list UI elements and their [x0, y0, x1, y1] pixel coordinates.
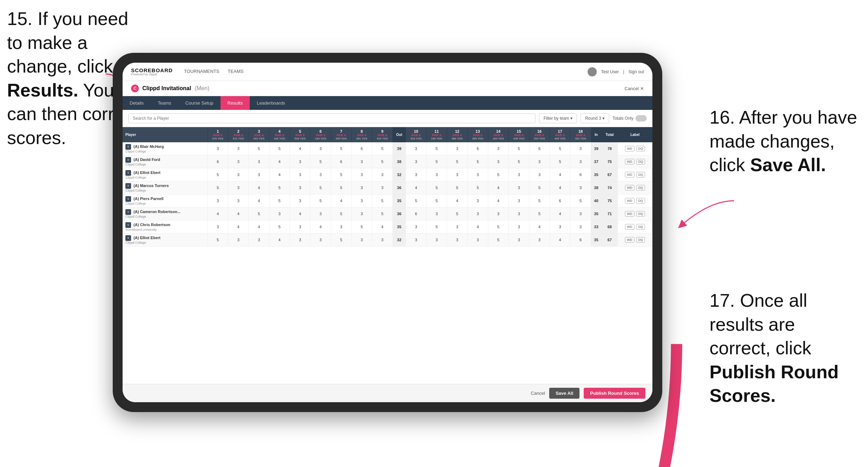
hole-11-score-player-4[interactable]: 5 [426, 194, 447, 207]
hole-14-score-player-5[interactable]: 3 [488, 207, 508, 220]
dq-button[interactable]: DQ [636, 237, 645, 243]
hole-12-score-player-5[interactable]: 5 [447, 207, 467, 220]
hole-13-score-player-3[interactable]: 5 [467, 181, 488, 194]
hole-12-score-player-0[interactable]: 3 [447, 142, 467, 155]
hole-15-score-player-1[interactable]: 5 [509, 155, 529, 168]
hole-16-score-player-6[interactable]: 4 [529, 220, 550, 234]
hole-16-score-player-0[interactable]: 6 [529, 142, 550, 155]
hole-17-score-player-1[interactable]: 5 [550, 155, 570, 168]
hole-10-score-player-3[interactable]: 4 [406, 181, 426, 194]
hole-7-score-player-0[interactable]: 5 [331, 142, 351, 155]
hole-4-score-player-7[interactable]: 4 [269, 234, 290, 247]
hole-1-score-player-3[interactable]: 5 [207, 181, 228, 194]
hole-1-score-player-7[interactable]: 5 [207, 234, 228, 247]
hole-13-score-player-6[interactable]: 4 [467, 220, 488, 234]
hole-9-score-player-6[interactable]: 4 [372, 220, 392, 234]
hole-9-score-player-7[interactable]: 3 [372, 234, 392, 247]
hole-9-score-player-0[interactable]: 5 [372, 142, 392, 155]
hole-15-score-player-7[interactable]: 3 [509, 234, 529, 247]
hole-11-score-player-6[interactable]: 5 [426, 220, 447, 234]
hole-13-score-player-5[interactable]: 3 [467, 207, 488, 220]
hole-1-score-player-2[interactable]: 5 [207, 168, 228, 181]
hole-14-score-player-6[interactable]: 5 [488, 220, 508, 234]
hole-9-score-player-1[interactable]: 5 [372, 155, 392, 168]
hole-17-score-player-2[interactable]: 4 [550, 168, 570, 181]
hole-11-score-player-1[interactable]: 5 [426, 155, 447, 168]
hole-2-score-player-0[interactable]: 3 [228, 142, 248, 155]
hole-18-score-player-7[interactable]: 6 [570, 234, 591, 247]
hole-16-score-player-2[interactable]: 3 [529, 168, 550, 181]
hole-5-score-player-5[interactable]: 4 [290, 207, 310, 220]
hole-4-score-player-1[interactable]: 4 [269, 155, 290, 168]
hole-3-score-player-2[interactable]: 3 [249, 168, 269, 181]
hole-3-score-player-4[interactable]: 4 [249, 194, 269, 207]
hole-16-score-player-3[interactable]: 5 [529, 181, 550, 194]
publish-round-scores-button[interactable]: Publish Round Scores [584, 388, 645, 399]
hole-16-score-player-7[interactable]: 3 [529, 234, 550, 247]
hole-10-score-player-7[interactable]: 3 [406, 234, 426, 247]
hole-2-score-player-6[interactable]: 4 [228, 220, 248, 234]
hole-6-score-player-0[interactable]: 3 [310, 142, 331, 155]
hole-12-score-player-1[interactable]: 5 [447, 155, 467, 168]
hole-8-score-player-0[interactable]: 6 [352, 142, 372, 155]
hole-10-score-player-0[interactable]: 3 [406, 142, 426, 155]
hole-6-score-player-1[interactable]: 5 [310, 155, 331, 168]
hole-5-score-player-1[interactable]: 3 [290, 155, 310, 168]
hole-3-score-player-5[interactable]: 5 [249, 207, 269, 220]
hole-5-score-player-0[interactable]: 4 [290, 142, 310, 155]
dq-button[interactable]: DQ [636, 172, 645, 178]
hole-4-score-player-0[interactable]: 5 [269, 142, 290, 155]
hole-18-score-player-2[interactable]: 6 [570, 168, 591, 181]
hole-13-score-player-4[interactable]: 3 [467, 194, 488, 207]
hole-10-score-player-6[interactable]: 3 [406, 220, 426, 234]
hole-8-score-player-2[interactable]: 3 [352, 168, 372, 181]
hole-5-score-player-7[interactable]: 3 [290, 234, 310, 247]
filter-by-team-button[interactable]: Filter by team ▾ [539, 113, 577, 123]
hole-15-score-player-5[interactable]: 3 [509, 207, 529, 220]
hole-12-score-player-7[interactable]: 3 [447, 234, 467, 247]
hole-6-score-player-2[interactable]: 3 [310, 168, 331, 181]
hole-3-score-player-7[interactable]: 3 [249, 234, 269, 247]
hole-16-score-player-4[interactable]: 5 [529, 194, 550, 207]
hole-16-score-player-5[interactable]: 5 [529, 207, 550, 220]
hole-7-score-player-7[interactable]: 5 [331, 234, 351, 247]
dq-button[interactable]: DQ [636, 211, 645, 217]
tab-leaderboards[interactable]: Leaderboards [250, 96, 292, 110]
hole-2-score-player-2[interactable]: 3 [228, 168, 248, 181]
hole-12-score-player-3[interactable]: 5 [447, 181, 467, 194]
dq-button[interactable]: DQ [636, 146, 645, 151]
hole-3-score-player-3[interactable]: 4 [249, 181, 269, 194]
hole-1-score-player-4[interactable]: 3 [207, 194, 228, 207]
sign-out-link[interactable]: Sign out [628, 69, 644, 74]
hole-4-score-player-4[interactable]: 5 [269, 194, 290, 207]
wd-button[interactable]: WD [625, 198, 634, 204]
hole-5-score-player-4[interactable]: 3 [290, 194, 310, 207]
hole-8-score-player-1[interactable]: 3 [352, 155, 372, 168]
hole-9-score-player-3[interactable]: 3 [372, 181, 392, 194]
hole-11-score-player-0[interactable]: 5 [426, 142, 447, 155]
hole-11-score-player-5[interactable]: 3 [426, 207, 447, 220]
hole-3-score-player-0[interactable]: 5 [249, 142, 269, 155]
hole-2-score-player-3[interactable]: 3 [228, 181, 248, 194]
hole-13-score-player-1[interactable]: 5 [467, 155, 488, 168]
tab-course-setup[interactable]: Course Setup [178, 96, 221, 110]
wd-button[interactable]: WD [625, 185, 634, 191]
hole-5-score-player-2[interactable]: 3 [290, 168, 310, 181]
hole-12-score-player-2[interactable]: 3 [447, 168, 467, 181]
hole-15-score-player-4[interactable]: 3 [509, 194, 529, 207]
hole-3-score-player-1[interactable]: 3 [249, 155, 269, 168]
hole-4-score-player-2[interactable]: 4 [269, 168, 290, 181]
hole-6-score-player-6[interactable]: 4 [310, 220, 331, 234]
nav-tournaments[interactable]: TOURNAMENTS [184, 67, 219, 76]
hole-6-score-player-4[interactable]: 5 [310, 194, 331, 207]
hole-10-score-player-4[interactable]: 5 [406, 194, 426, 207]
hole-10-score-player-1[interactable]: 3 [406, 155, 426, 168]
hole-7-score-player-4[interactable]: 4 [331, 194, 351, 207]
hole-14-score-player-3[interactable]: 4 [488, 181, 508, 194]
cancel-action-button[interactable]: Cancel [531, 391, 545, 396]
hole-1-score-player-1[interactable]: 6 [207, 155, 228, 168]
hole-7-score-player-2[interactable]: 5 [331, 168, 351, 181]
hole-1-score-player-5[interactable]: 4 [207, 207, 228, 220]
hole-18-score-player-5[interactable]: 3 [570, 207, 591, 220]
tab-details[interactable]: Details [123, 96, 151, 110]
